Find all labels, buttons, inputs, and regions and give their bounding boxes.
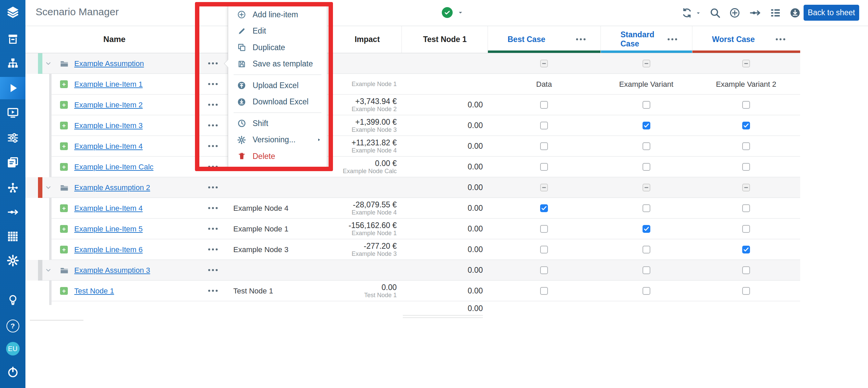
scenario-checkbox[interactable] — [540, 287, 548, 295]
row-label-link[interactable]: Example Line-Item Calc — [74, 163, 154, 171]
scenario-checkbox[interactable] — [742, 101, 750, 109]
sidebar-item-hierarchy[interactable] — [0, 53, 25, 73]
menu-item-versioning[interactable]: Versioning... — [228, 132, 327, 148]
scenario-checkbox[interactable] — [742, 225, 750, 233]
scenario-checkbox[interactable] — [742, 184, 750, 191]
row-actions-button[interactable] — [206, 139, 220, 153]
row-label-link[interactable]: Example Line-Item 1 — [74, 80, 143, 89]
scenario-checkbox[interactable] — [540, 225, 548, 233]
scenario-checkbox[interactable] — [540, 204, 548, 212]
sidebar-item-graph[interactable] — [0, 178, 25, 198]
scenario-checkbox[interactable] — [643, 184, 650, 191]
sidebar-item-admin[interactable] — [0, 251, 25, 270]
scenario-checkbox[interactable] — [742, 60, 750, 67]
toolbar-search-button[interactable] — [709, 7, 721, 19]
sidebar-item-simulation[interactable] — [0, 77, 25, 99]
scenario-menu-button[interactable] — [576, 38, 586, 40]
scenario-checkbox[interactable] — [643, 163, 650, 171]
menu-item-shift[interactable]: Shift — [228, 115, 327, 132]
scenario-name-link[interactable]: Best Case — [508, 35, 545, 44]
row-label-link[interactable]: Example Assumption — [74, 59, 144, 68]
menu-item-download-excel[interactable]: Download Excel — [228, 94, 327, 110]
menu-item-save-as-template[interactable]: Save as template — [228, 56, 327, 73]
scenario-checkbox[interactable] — [643, 266, 650, 274]
menu-item-delete[interactable]: Delete — [228, 148, 327, 165]
row-label-link[interactable]: Example Line-Item 4 — [74, 204, 143, 213]
row-label-link[interactable]: Example Line-Item 4 — [74, 142, 143, 151]
row-label-link[interactable]: Example Line-Item 2 — [74, 101, 143, 109]
scenario-checkbox[interactable] — [540, 122, 548, 129]
row-actions-button[interactable] — [206, 98, 220, 111]
menu-item-duplicate[interactable]: Duplicate — [228, 39, 327, 56]
sidebar-item-help[interactable]: ? — [0, 316, 25, 336]
scenario-checkbox[interactable] — [742, 287, 750, 295]
scenario-checkbox[interactable] — [742, 204, 750, 212]
row-actions-button[interactable] — [206, 57, 220, 70]
toolbar-download-button[interactable] — [789, 7, 801, 19]
scenario-checkbox[interactable] — [540, 101, 548, 109]
scenario-checkbox[interactable] — [643, 101, 650, 109]
row-label-link[interactable]: Test Node 1 — [74, 287, 114, 295]
scenario-checkbox[interactable] — [643, 204, 650, 212]
row-actions-button[interactable] — [206, 284, 220, 298]
row-label-link[interactable]: Example Assumption 2 — [74, 183, 150, 192]
scenario-checkbox[interactable] — [643, 60, 650, 67]
scenario-checkbox[interactable] — [643, 287, 650, 295]
scenario-checkbox[interactable] — [540, 142, 548, 150]
scenario-checkbox[interactable] — [742, 122, 750, 129]
toolbar-add-button[interactable] — [729, 7, 741, 19]
scenario-cell — [692, 115, 800, 136]
scenario-checkbox[interactable] — [540, 266, 548, 274]
scenario-checkbox[interactable] — [643, 142, 650, 150]
row-actions-button[interactable] — [206, 201, 220, 215]
scenario-checkbox[interactable] — [742, 142, 750, 150]
scenario-name-link[interactable]: Worst Case — [712, 35, 755, 44]
row-label-link[interactable]: Example Line-Item 5 — [74, 225, 143, 233]
total-double-rule — [403, 315, 483, 318]
sidebar-item-presentation[interactable] — [0, 103, 25, 123]
row-expand-caret[interactable] — [45, 267, 52, 274]
row-actions-button[interactable] — [206, 119, 220, 132]
scenario-checkbox[interactable] — [742, 266, 750, 274]
menu-item-edit[interactable]: Edit — [228, 23, 327, 40]
row-expand-caret[interactable] — [45, 60, 52, 67]
scenario-checkbox[interactable] — [643, 122, 650, 129]
row-actions-button[interactable] — [206, 263, 220, 277]
row-actions-button[interactable] — [206, 243, 220, 256]
sidebar-item-reports[interactable] — [0, 152, 25, 172]
scenario-status-dropdown[interactable] — [442, 7, 463, 18]
scenario-checkbox[interactable] — [540, 246, 548, 253]
menu-item-upload-excel[interactable]: Upload Excel — [228, 77, 327, 94]
sidebar-item-models[interactable] — [0, 29, 25, 48]
sidebar-item-grid[interactable] — [0, 227, 25, 246]
scenario-checkbox[interactable] — [643, 246, 650, 253]
scenario-name-link[interactable]: Standard Case — [620, 30, 668, 48]
toolbar-list-button[interactable] — [770, 7, 781, 19]
row-expand-caret[interactable] — [45, 184, 52, 191]
menu-item-add-line-item[interactable]: Add line-item — [228, 6, 327, 23]
row-actions-button[interactable] — [206, 181, 220, 194]
sidebar-item-logo[interactable] — [0, 2, 25, 22]
toolbar-refresh-button[interactable] — [681, 7, 701, 19]
scenario-menu-button[interactable] — [668, 38, 677, 40]
toolbar-jump-button[interactable] — [749, 6, 762, 19]
sidebar-item-export[interactable] — [0, 202, 25, 222]
sidebar-item-drivers[interactable] — [0, 128, 25, 148]
row-actions-button[interactable] — [206, 77, 220, 91]
scenario-checkbox[interactable] — [540, 184, 548, 191]
row-label-link[interactable]: Example Line-Item 3 — [74, 121, 143, 130]
scenario-checkbox[interactable] — [742, 163, 750, 171]
scenario-checkbox[interactable] — [643, 225, 650, 233]
sidebar-item-ideas[interactable] — [0, 290, 25, 310]
back-to-sheet-button[interactable]: Back to sheet — [804, 5, 859, 21]
scenario-checkbox[interactable] — [540, 60, 548, 67]
row-actions-button[interactable] — [206, 160, 220, 173]
scenario-checkbox[interactable] — [742, 246, 750, 253]
row-label-link[interactable]: Example Assumption 3 — [74, 266, 150, 275]
row-label-link[interactable]: Example Line-Item 6 — [74, 245, 143, 254]
sidebar-item-logout[interactable] — [0, 362, 25, 382]
scenario-menu-button[interactable] — [776, 38, 785, 40]
row-actions-button[interactable] — [206, 222, 220, 236]
scenario-checkbox[interactable] — [540, 163, 548, 171]
sidebar-item-user[interactable]: EU — [0, 339, 25, 359]
